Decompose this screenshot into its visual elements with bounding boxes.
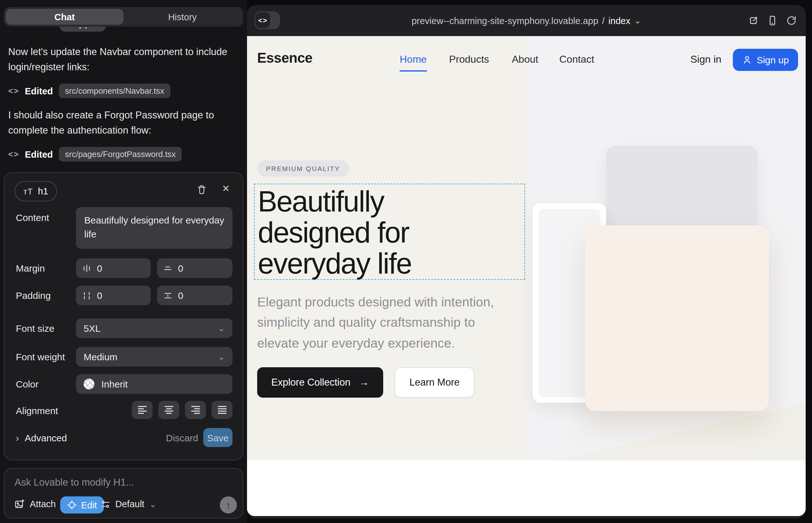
align-left-button[interactable] xyxy=(132,401,153,419)
align-justify-button[interactable] xyxy=(212,401,232,419)
site-preview: Essence Home Products About Contact Sign… xyxy=(247,36,806,516)
element-editor-panel: тT h1 ✕ Content Beautifully designed for… xyxy=(4,172,243,460)
tab-chat[interactable]: Chat xyxy=(6,9,124,25)
preview-toolbar: <> preview--charming-site-symphony.lovab… xyxy=(247,5,806,36)
signup-label: Sign up xyxy=(757,54,789,65)
save-button[interactable]: Save xyxy=(203,428,232,447)
mobile-preview-button[interactable] xyxy=(767,15,778,26)
code-icon: <> xyxy=(8,86,19,96)
attach-image-icon xyxy=(15,499,25,509)
site-navbar: Essence Home Products About Contact Sign… xyxy=(247,36,806,83)
edit-mode-button[interactable]: Edit xyxy=(60,497,104,513)
signup-button[interactable]: Sign up xyxy=(733,49,798,71)
content-label: Content xyxy=(16,212,49,223)
chat-input-placeholder[interactable]: Ask Lovable to modify H1... xyxy=(15,477,134,488)
padding-label: Padding xyxy=(16,290,51,301)
align-center-button[interactable] xyxy=(158,401,179,419)
tab-history[interactable]: History xyxy=(124,9,241,25)
close-icon: ✕ xyxy=(222,183,230,194)
hero-badge: PREMIUM QUALITY xyxy=(257,160,349,177)
align-center-icon xyxy=(164,405,174,415)
url-domain: preview--charming-site-symphony.lovable.… xyxy=(412,16,598,26)
chat-message: I should also create a Forgot Password p… xyxy=(8,108,237,138)
explore-collection-button[interactable]: Explore Collection → xyxy=(257,367,383,398)
color-value: Inherit xyxy=(101,379,128,390)
chat-sidebar: Chat History Now let's update the Navbar… xyxy=(0,0,247,523)
discard-button[interactable]: Discard xyxy=(166,432,198,443)
chat-input-box[interactable]: Ask Lovable to modify H1... Attach Edit xyxy=(4,468,243,519)
chevron-down-icon: ⌄ xyxy=(218,352,225,362)
open-external-button[interactable] xyxy=(748,15,759,26)
refresh-icon xyxy=(786,15,797,26)
edited-file-row[interactable]: <> Edited src/components/Navbar.tsx xyxy=(8,84,171,98)
user-icon xyxy=(742,55,752,65)
selected-h1-element[interactable]: Beautifully designed for everyday life xyxy=(254,184,525,280)
margin-horizontal-icon xyxy=(82,264,91,273)
refresh-button[interactable] xyxy=(786,15,797,26)
file-chip[interactable]: src/pages/ForgotPassword.tsx xyxy=(58,147,182,161)
learn-more-button[interactable]: Learn More xyxy=(394,367,474,398)
sliders-icon xyxy=(101,499,110,509)
padding-x-input[interactable]: 0 xyxy=(76,286,151,305)
font-weight-label: Font weight xyxy=(16,351,65,362)
hero-heading-line: Beautifully xyxy=(258,186,525,217)
mode-label: Default xyxy=(115,499,144,509)
nav-home[interactable]: Home xyxy=(400,54,427,65)
font-size-value: 5XL xyxy=(84,323,100,334)
signin-link[interactable]: Sign in xyxy=(690,54,721,65)
attach-label: Attach xyxy=(30,499,56,509)
mode-select[interactable]: Default ⌄ xyxy=(101,499,156,509)
padding-y-input[interactable]: 0 xyxy=(157,286,232,305)
external-link-icon xyxy=(748,15,759,26)
decor-card-cream xyxy=(585,226,769,411)
toolbar-actions xyxy=(748,5,797,36)
hero-heading-line: designed for xyxy=(258,217,525,248)
margin-y-input[interactable]: 0 xyxy=(157,258,232,278)
site-logo[interactable]: Essence xyxy=(257,50,312,67)
code-icon: <> xyxy=(8,149,19,159)
nav-about[interactable]: About xyxy=(512,54,539,65)
arrow-right-icon: → xyxy=(359,377,369,388)
margin-x-value: 0 xyxy=(97,263,102,273)
edit-label: Edit xyxy=(81,500,97,510)
nav-products[interactable]: Products xyxy=(449,54,489,65)
edited-label: Edited xyxy=(25,86,53,96)
type-icon: тT xyxy=(23,186,33,196)
preview-url[interactable]: preview--charming-site-symphony.lovable.… xyxy=(412,5,641,36)
padding-vertical-icon xyxy=(163,291,172,300)
margin-y-value: 0 xyxy=(178,263,183,273)
font-weight-select[interactable]: Medium ⌄ xyxy=(76,347,232,366)
delete-element-button[interactable] xyxy=(196,184,207,195)
edited-file-row[interactable]: <> Edited src/pages/ForgotPassword.tsx xyxy=(8,147,182,161)
padding-horizontal-icon xyxy=(82,291,91,300)
nav-contact[interactable]: Contact xyxy=(559,54,594,65)
content-input[interactable]: Beautifully designed for everyday life xyxy=(76,207,232,249)
preview-frame: <> preview--charming-site-symphony.lovab… xyxy=(247,5,806,519)
chevron-down-icon: ⌄ xyxy=(218,324,225,333)
smartphone-icon xyxy=(767,15,778,26)
close-panel-button[interactable]: ✕ xyxy=(222,183,230,194)
color-select[interactable]: Inherit xyxy=(76,374,232,394)
align-justify-icon xyxy=(217,405,227,415)
code-icon: <> xyxy=(254,12,271,29)
chevron-down-icon: ⌄ xyxy=(634,16,641,25)
font-size-label: Font size xyxy=(16,323,54,334)
color-swatch xyxy=(84,379,94,390)
send-button[interactable]: ↑ xyxy=(220,497,237,513)
file-chip[interactable]: src/components/Navbar.tsx xyxy=(58,84,171,98)
arrow-up-icon: ↑ xyxy=(226,500,231,510)
selected-element-pill[interactable]: тT h1 xyxy=(15,181,57,201)
code-view-toggle[interactable]: <> xyxy=(254,12,280,29)
align-right-button[interactable] xyxy=(185,401,206,419)
font-weight-value: Medium xyxy=(84,351,118,362)
dot xyxy=(85,27,86,29)
attach-button[interactable]: Attach xyxy=(15,499,56,509)
advanced-toggle[interactable]: › Advanced xyxy=(16,432,67,443)
margin-x-input[interactable]: 0 xyxy=(76,258,151,278)
margin-vertical-icon xyxy=(163,264,172,273)
url-separator: / xyxy=(602,16,604,26)
font-size-select[interactable]: 5XL ⌄ xyxy=(76,319,232,338)
cta-primary-label: Explore Collection xyxy=(271,377,351,388)
hero-heading-line: everyday life xyxy=(258,248,525,279)
edited-label: Edited xyxy=(25,149,53,159)
